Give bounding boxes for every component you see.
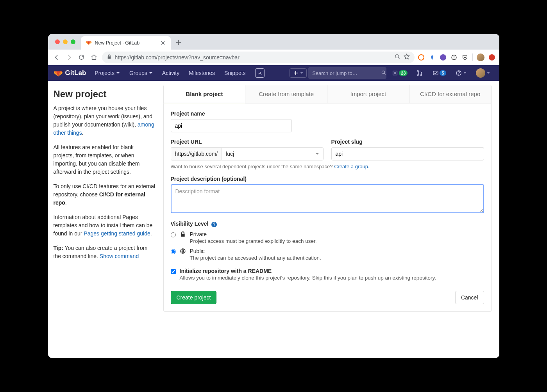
lock-icon — [107, 54, 112, 61]
private-desc: Project access must be granted explicitl… — [190, 238, 484, 244]
nav-projects[interactable]: Projects — [91, 68, 124, 78]
gitlab-navbar: GitLab Projects Groups Activity Mileston… — [48, 65, 499, 81]
page-title: New project — [54, 89, 156, 100]
input-project-name[interactable] — [171, 119, 292, 132]
checkbox-readme[interactable] — [171, 269, 176, 274]
window-maximize-button[interactable] — [71, 39, 75, 44]
nav-home-button[interactable] — [89, 53, 99, 62]
tab-cicd-external[interactable]: CI/CD for external repo — [409, 85, 491, 103]
nav-snippets[interactable]: Snippets — [220, 68, 249, 78]
nav-forward-button[interactable] — [64, 53, 74, 62]
tab-close-icon[interactable] — [160, 40, 166, 46]
sidebar-p4: Information about additional Pages templ… — [54, 213, 156, 238]
tab-create-from-template[interactable]: Create from template — [245, 85, 327, 103]
gauge-icon — [255, 68, 265, 78]
link-create-group[interactable]: Create a group. — [334, 164, 369, 169]
globe-icon — [180, 248, 186, 255]
nav-user-menu[interactable] — [472, 66, 494, 80]
create-project-button[interactable]: Create project — [171, 291, 217, 304]
issues-count: 23 — [399, 70, 408, 76]
gitlab-favicon-icon — [86, 39, 92, 47]
help-icon[interactable]: ? — [211, 222, 217, 227]
nav-issues[interactable]: 23 — [388, 68, 411, 78]
tab-blank-project[interactable]: Blank project — [164, 85, 246, 103]
cancel-button[interactable]: Cancel — [455, 291, 484, 304]
chrome-tab-strip: New Project · GitLab — [48, 34, 499, 50]
nav-groups[interactable]: Groups — [125, 68, 157, 78]
help-icon — [456, 70, 462, 76]
public-desc: The project can be accessed without any … — [190, 255, 484, 261]
browser-tab[interactable]: New Project · GitLab — [81, 36, 171, 50]
visibility-private: Private Project access must be granted e… — [171, 231, 484, 244]
sidebar-p2: All features are enabled for blank proje… — [54, 143, 156, 176]
private-title: Private — [190, 231, 484, 237]
extension-icons — [418, 53, 495, 61]
nav-milestones[interactable]: Milestones — [185, 68, 219, 78]
nav-plus-button[interactable] — [290, 68, 307, 78]
new-tab-button[interactable] — [173, 37, 184, 48]
issues-icon — [392, 70, 398, 76]
radio-private[interactable] — [171, 232, 176, 237]
sidebar: New project A project is where you house… — [48, 81, 163, 358]
lock-icon — [180, 231, 186, 239]
tab-import-project[interactable]: Import project — [327, 85, 409, 103]
nav-activity[interactable]: Activity — [158, 68, 183, 78]
public-title: Public — [190, 248, 484, 254]
readme-desc: Allows you to immediately clone this pro… — [180, 275, 484, 281]
extension-icon[interactable] — [429, 54, 436, 61]
user-avatar — [476, 68, 485, 78]
bookmark-star-icon[interactable] — [404, 53, 410, 61]
sidebar-link-pages-guide[interactable]: Pages getting started guide — [84, 230, 150, 237]
form-actions: Create project Cancel — [171, 291, 484, 304]
readme-title: Initialize repository with a README — [180, 268, 484, 274]
url-text: https://gitlab.com/projects/new?nav_sour… — [115, 54, 391, 61]
label-description: Project description (optional) — [171, 176, 484, 182]
search-icon — [381, 70, 386, 77]
nav-search[interactable] — [308, 67, 386, 79]
zoom-icon[interactable] — [395, 54, 400, 61]
search-input[interactable] — [312, 70, 378, 76]
gitlab-logo[interactable]: GitLab — [54, 68, 86, 78]
window-minimize-button[interactable] — [63, 39, 68, 44]
label-visibility: Visibility Level ? — [171, 221, 484, 227]
form-body: Project name Project URL https://gitlab.… — [163, 103, 492, 312]
namespace-hint: Want to house several dependent projects… — [171, 164, 484, 169]
extension-icon[interactable] — [488, 54, 495, 61]
nav-help[interactable] — [452, 68, 470, 78]
nav-back-button[interactable] — [52, 53, 61, 62]
namespace-value: lucj — [226, 151, 234, 157]
visibility-public: Public The project can be accessed witho… — [171, 248, 484, 261]
svg-point-2 — [382, 71, 384, 73]
profile-avatar[interactable] — [477, 53, 484, 61]
nav-performance[interactable] — [251, 66, 268, 80]
separator — [472, 53, 473, 61]
radio-public[interactable] — [171, 249, 176, 254]
page-content: New project A project is where you house… — [48, 81, 499, 358]
input-project-slug[interactable] — [331, 147, 484, 160]
url-field[interactable]: https://gitlab.com/projects/new?nav_sour… — [102, 52, 415, 63]
extension-icon[interactable] — [418, 54, 425, 61]
nav-reload-button[interactable] — [77, 53, 86, 62]
svg-point-4 — [394, 72, 396, 74]
window-close-button[interactable] — [55, 39, 60, 44]
extension-icon[interactable] — [440, 54, 447, 61]
project-url-group: https://gitlab.com/ lucj — [171, 147, 324, 160]
nav-todos[interactable]: 5 — [429, 68, 450, 78]
pocket-icon[interactable] — [461, 54, 468, 61]
window-controls — [55, 39, 75, 44]
sidebar-p5: Tip: You can also create a project from … — [54, 244, 156, 260]
label-project-slug: Project slug — [331, 139, 484, 145]
extension-icon[interactable] — [450, 54, 458, 61]
url-prefix: https://gitlab.com/ — [171, 147, 222, 160]
nav-merge-requests[interactable] — [413, 68, 427, 78]
address-bar: https://gitlab.com/projects/new?nav_sour… — [48, 50, 499, 65]
tab-title: New Project · GitLab — [95, 40, 157, 46]
sidebar-link-show-command[interactable]: Show command — [100, 253, 139, 259]
sidebar-p1: A project is where you house your files … — [54, 104, 156, 137]
namespace-select[interactable]: lucj — [222, 147, 323, 160]
todos-count: 5 — [440, 70, 446, 76]
chevron-down-icon — [315, 151, 319, 157]
input-description[interactable] — [171, 184, 484, 213]
main-form: Blank project Create from template Impor… — [163, 81, 499, 358]
browser-window: New Project · GitLab https://gitlab.com/… — [48, 34, 499, 358]
